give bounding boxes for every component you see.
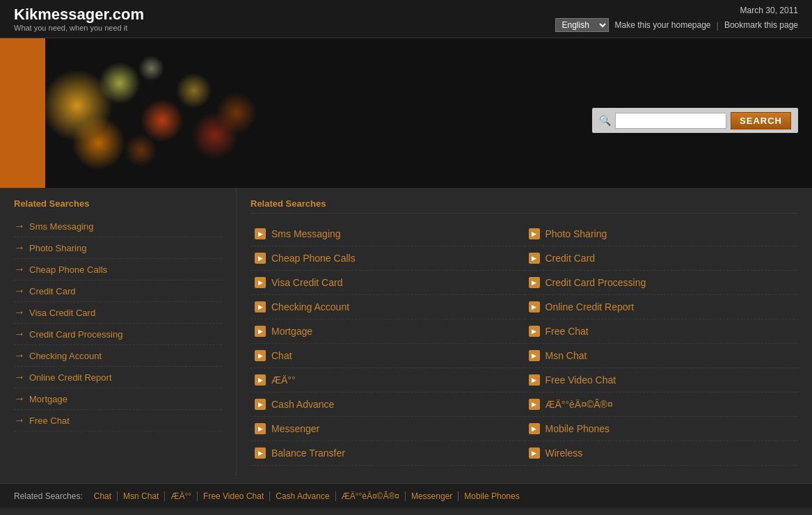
footer-links: ChatMsn ChatÆÄ°°Free Video ChatCash Adva…: [88, 491, 525, 501]
sidebar-item[interactable]: →Checking Account: [14, 345, 222, 367]
footer-link[interactable]: ÆÄ°°: [165, 491, 198, 501]
content-item-right[interactable]: ▶Photo Sharing: [525, 222, 799, 246]
arrow-box-icon: ▶: [255, 374, 266, 386]
content-item-right[interactable]: ▶ÆÄ°°èÄ¤©Â®¤: [525, 393, 799, 417]
footer-link[interactable]: Mobile Phones: [459, 491, 525, 501]
content-link[interactable]: ÆÄ°°: [271, 374, 296, 386]
sidebar-item[interactable]: →Cheap Phone Calls: [14, 259, 222, 280]
sidebar-title: Related Searches: [14, 198, 222, 209]
search-input[interactable]: [615, 113, 726, 129]
content-link[interactable]: Credit Card: [546, 253, 596, 264]
sidebar-link[interactable]: Mortgage: [29, 394, 67, 404]
arrow-box-icon: ▶: [255, 399, 266, 410]
content-item-right[interactable]: ▶Msn Chat: [525, 344, 799, 368]
content-item-left[interactable]: ▶Chat: [250, 344, 525, 368]
content-item-left[interactable]: ▶Visa Credit Card: [250, 271, 525, 295]
content-link[interactable]: ÆÄ°°èÄ¤©Â®¤: [546, 399, 613, 410]
content-link[interactable]: Photo Sharing: [546, 228, 607, 239]
homepage-link[interactable]: Make this your homepage: [614, 20, 710, 30]
arrow-box-icon: ▶: [529, 423, 540, 434]
content-item-right[interactable]: ▶Free Chat: [525, 319, 799, 344]
sidebar-item[interactable]: →Credit Card Processing: [14, 324, 222, 345]
footer-link[interactable]: Free Video Chat: [198, 491, 270, 501]
content-item-left[interactable]: ▶Messenger: [250, 417, 525, 441]
footer-link[interactable]: Chat: [88, 491, 118, 501]
left-column: ▶Sms Messaging▶Cheap Phone Calls▶Visa Cr…: [250, 222, 525, 466]
sidebar-item[interactable]: →Mortgage: [14, 388, 222, 410]
content-link[interactable]: Cash Advance: [271, 399, 334, 410]
privacy-bar: Privacy Policy: [0, 508, 812, 515]
sidebar-link[interactable]: Credit Card Processing: [29, 329, 122, 340]
sidebar: Related Searches →Sms Messaging→Photo Sh…: [0, 188, 237, 476]
footer-link[interactable]: Msn Chat: [118, 491, 165, 501]
arrow-box-icon: ▶: [529, 350, 540, 361]
content-item-left[interactable]: ▶Sms Messaging: [250, 222, 525, 246]
arrow-icon: →: [14, 393, 25, 405]
footer-link[interactable]: Cash Advance: [270, 491, 335, 501]
content-link[interactable]: Cheap Phone Calls: [271, 253, 356, 264]
header-links: English Français Español Deutsch Make th…: [555, 18, 798, 32]
content-link[interactable]: Messenger: [271, 423, 319, 434]
content-link[interactable]: Msn Chat: [546, 350, 587, 361]
banner-orange: [0, 38, 45, 188]
content-item-right[interactable]: ▶Free Video Chat: [525, 368, 799, 393]
content-link[interactable]: Mobile Phones: [546, 423, 610, 434]
sidebar-link[interactable]: Visa Credit Card: [29, 308, 95, 318]
content-item-right[interactable]: ▶Credit Card: [525, 246, 799, 271]
content-item-left[interactable]: ▶ÆÄ°°: [250, 368, 525, 393]
sidebar-link[interactable]: Photo Sharing: [29, 243, 86, 253]
header-date: March 30, 2011: [555, 6, 798, 15]
content-link[interactable]: Balance Transfer: [271, 447, 345, 459]
logo-subtitle: What you need, when you need it: [14, 24, 144, 32]
arrow-box-icon: ▶: [255, 326, 266, 337]
right-column: ▶Photo Sharing▶Credit Card▶Credit Card P…: [525, 222, 799, 466]
sidebar-item[interactable]: →Photo Sharing: [14, 237, 222, 259]
content-item-right[interactable]: ▶Mobile Phones: [525, 417, 799, 441]
content-title: Related Searches: [250, 198, 798, 214]
content-link[interactable]: Free Chat: [546, 326, 589, 337]
content-item-left[interactable]: ▶Balance Transfer: [250, 441, 525, 466]
footer-link[interactable]: ÆÄ°°èÄ¤©Â®¤: [336, 491, 406, 501]
sidebar-item[interactable]: →Sms Messaging: [14, 216, 222, 237]
content-link[interactable]: Credit Card Processing: [546, 277, 646, 288]
sidebar-link[interactable]: Credit Card: [29, 286, 75, 296]
arrow-box-icon: ▶: [529, 399, 540, 410]
content-item-right[interactable]: ▶Credit Card Processing: [525, 271, 799, 295]
content-link[interactable]: Online Credit Report: [546, 301, 635, 312]
arrow-box-icon: ▶: [255, 253, 266, 264]
arrow-box-icon: ▶: [529, 374, 540, 386]
content-item-left[interactable]: ▶Cheap Phone Calls: [250, 246, 525, 271]
search-button[interactable]: SEARCH: [731, 112, 791, 129]
sidebar-item[interactable]: →Online Credit Report: [14, 367, 222, 388]
content-link[interactable]: Mortgage: [271, 326, 312, 337]
content-item-left[interactable]: ▶Cash Advance: [250, 393, 525, 417]
content-link[interactable]: Chat: [271, 350, 292, 361]
sidebar-item[interactable]: →Credit Card: [14, 280, 222, 302]
sidebar-item[interactable]: →Visa Credit Card: [14, 302, 222, 324]
sidebar-item[interactable]: →Free Chat: [14, 410, 222, 431]
content-link[interactable]: Sms Messaging: [271, 228, 341, 239]
sidebar-link[interactable]: Free Chat: [29, 415, 70, 426]
arrow-icon: →: [14, 414, 25, 427]
arrow-icon: →: [14, 241, 25, 254]
content-item-right[interactable]: ▶Wireless: [525, 441, 799, 466]
content-item-left[interactable]: ▶Checking Account: [250, 295, 525, 319]
content-item-right[interactable]: ▶Online Credit Report: [525, 295, 799, 319]
content-item-left[interactable]: ▶Mortgage: [250, 319, 525, 344]
arrow-icon: →: [14, 285, 25, 297]
arrow-box-icon: ▶: [529, 301, 540, 312]
language-select[interactable]: English Français Español Deutsch: [555, 18, 609, 32]
sidebar-items: →Sms Messaging→Photo Sharing→Cheap Phone…: [14, 216, 222, 431]
content-link[interactable]: Checking Account: [271, 301, 349, 312]
footer-link[interactable]: Messenger: [406, 491, 459, 501]
sidebar-link[interactable]: Cheap Phone Calls: [29, 264, 107, 275]
sidebar-link[interactable]: Online Credit Report: [29, 372, 112, 383]
sidebar-link[interactable]: Checking Account: [29, 351, 102, 361]
content-link[interactable]: Visa Credit Card: [271, 277, 342, 288]
content-link[interactable]: Free Video Chat: [546, 374, 616, 386]
arrow-box-icon: ▶: [255, 301, 266, 312]
bookmark-link[interactable]: Bookmark this page: [724, 20, 798, 30]
content-link[interactable]: Wireless: [546, 447, 583, 459]
arrow-icon: →: [14, 306, 25, 319]
sidebar-link[interactable]: Sms Messaging: [29, 221, 93, 232]
